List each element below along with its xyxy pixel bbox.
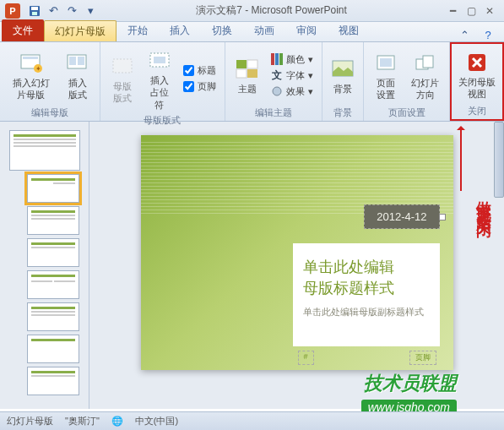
undo-icon[interactable]: ↶ <box>46 4 60 18</box>
insert-placeholder-button[interactable]: 插入占位符 <box>143 46 176 112</box>
svg-rect-25 <box>423 56 433 68</box>
page-setup-icon <box>372 50 399 77</box>
group-edit-master: ✦ 插入幻灯片母版 插入版式 编辑母版 <box>0 42 100 121</box>
footer-checkbox[interactable]: 页脚 <box>180 79 219 94</box>
title-checkbox[interactable]: 标题 <box>180 63 219 78</box>
master-format-icon <box>109 53 136 80</box>
background-button[interactable]: 背景 <box>326 54 360 96</box>
thumb-master[interactable] <box>9 130 80 171</box>
placeholder-icon <box>146 47 173 74</box>
svg-rect-15 <box>236 69 247 78</box>
svg-rect-23 <box>380 58 392 67</box>
footer-checkbox-label: 页脚 <box>198 80 216 93</box>
svg-rect-10 <box>113 59 132 73</box>
svg-rect-1 <box>31 7 38 10</box>
thumb-layout-2[interactable] <box>27 206 79 235</box>
vertical-scrollbar[interactable] <box>494 122 504 198</box>
background-label: 背景 <box>333 83 352 95</box>
title-text-line1: 单击此处编辑 <box>303 257 430 278</box>
close-icon[interactable]: ✕ <box>480 3 499 19</box>
ribbon: ✦ 插入幻灯片母版 插入版式 编辑母版 母版版式 插入占位符 标题 页脚 <box>0 42 504 122</box>
insert-layout-button[interactable]: 插入版式 <box>61 48 95 103</box>
background-icon <box>329 56 356 83</box>
date-placeholder[interactable]: 2012-4-12 <box>364 204 439 229</box>
thumb-layout-1[interactable] <box>27 174 79 203</box>
thumbnail-panel[interactable] <box>0 122 89 409</box>
help-icon[interactable]: ? <box>481 28 495 41</box>
group-edit-master-label: 编辑母版 <box>5 105 95 119</box>
group-close: 关闭母版视图 关闭 <box>450 42 504 121</box>
master-format-button[interactable]: 母版版式 <box>106 52 139 106</box>
qat-dropdown-icon[interactable]: ▾ <box>84 4 97 18</box>
group-background-label: 背景 <box>326 105 360 119</box>
tab-home[interactable]: 开始 <box>117 19 159 41</box>
svg-text:✦: ✦ <box>35 65 41 73</box>
slide-number-placeholder[interactable]: # <box>298 351 314 365</box>
page-setup-button[interactable]: 页面设置 <box>369 48 403 103</box>
svg-rect-4 <box>23 57 38 59</box>
svg-point-20 <box>273 87 281 95</box>
effects-button[interactable]: 效果 ▾ <box>268 84 317 99</box>
theme-button[interactable]: 主题 <box>230 54 264 96</box>
layout-icon <box>64 50 91 77</box>
group-close-label: 关闭 <box>453 103 501 117</box>
tab-animations[interactable]: 动画 <box>243 19 285 41</box>
tab-transitions[interactable]: 切换 <box>201 19 243 41</box>
insert-slide-master-button[interactable]: ✦ 插入幻灯片母版 <box>5 48 57 103</box>
slide-canvas[interactable]: 2012-4-12 单击此处编辑 母版标题样式 单击此处编辑母版副标题样式 # … <box>89 122 504 409</box>
orientation-icon <box>412 50 439 77</box>
colors-button[interactable]: 颜色 ▾ <box>268 52 317 67</box>
tab-slide-master[interactable]: 幻灯片母版 <box>44 20 117 41</box>
fonts-icon: 文 <box>271 69 283 81</box>
slide-footer: # 页脚 <box>298 351 436 365</box>
thumb-layout-5[interactable] <box>27 302 79 331</box>
ribbon-tabs: 文件 幻灯片母版 开始 插入 切换 动画 审阅 视图 ⌃ ? <box>0 22 504 42</box>
close-master-icon <box>463 49 490 76</box>
group-master-layout: 母版版式 插入占位符 标题 页脚 母版版式 <box>100 42 225 121</box>
fonts-label: 字体 <box>286 69 305 82</box>
status-bar: 幻灯片母版 "奥斯汀" 🌐 中文(中国) <box>0 411 504 430</box>
group-page-setup: 页面设置 幻灯片方向 页面设置 <box>364 42 450 121</box>
app-icon[interactable]: P <box>5 3 20 19</box>
colors-label: 颜色 <box>286 53 305 66</box>
workspace: 2012-4-12 单击此处编辑 母版标题样式 单击此处编辑母版副标题样式 # … <box>0 122 504 409</box>
theme-label: 主题 <box>238 83 257 95</box>
status-theme: "奥斯汀" <box>65 415 100 427</box>
fonts-button[interactable]: 文字体 ▾ <box>268 68 317 83</box>
group-edit-theme: 主题 颜色 ▾ 文字体 ▾ 效果 ▾ 编辑主题 <box>225 42 322 121</box>
insert-placeholder-label: 插入占位符 <box>146 74 173 111</box>
close-master-view-button[interactable]: 关闭母版视图 <box>453 47 501 102</box>
redo-icon[interactable]: ↷ <box>65 4 79 18</box>
tab-insert[interactable]: 插入 <box>159 19 201 41</box>
theme-icon <box>234 56 261 83</box>
subtitle-text: 单击此处编辑母版副标题样式 <box>303 306 430 318</box>
tab-file[interactable]: 文件 <box>2 19 44 41</box>
svg-rect-14 <box>247 60 257 68</box>
effects-icon <box>271 85 283 97</box>
master-format-label: 母版版式 <box>109 80 136 105</box>
thumb-layout-6[interactable] <box>27 335 79 363</box>
footer-placeholder[interactable]: 页脚 <box>409 351 436 365</box>
ribbon-minimize-icon[interactable]: ⌃ <box>458 28 471 41</box>
thumb-layout-3[interactable] <box>27 238 79 267</box>
slide-orientation-button[interactable]: 幻灯片方向 <box>406 48 444 103</box>
svg-rect-17 <box>271 53 274 65</box>
thumb-layout-7[interactable] <box>27 367 79 395</box>
maximize-icon[interactable]: ▢ <box>462 3 480 19</box>
status-view: 幻灯片母版 <box>7 415 53 427</box>
thumb-layout-4[interactable] <box>27 270 79 299</box>
minimize-icon[interactable]: ━ <box>443 3 462 19</box>
annotation-arrow <box>460 128 462 191</box>
slide-master-icon: ✦ <box>18 50 45 77</box>
status-lang-icon: 🌐 <box>111 416 123 427</box>
title-placeholder[interactable]: 单击此处编辑 母版标题样式 单击此处编辑母版副标题样式 <box>293 243 440 346</box>
tab-review[interactable]: 审阅 <box>285 19 328 41</box>
tab-view[interactable]: 视图 <box>328 19 370 41</box>
effects-label: 效果 <box>286 85 305 98</box>
svg-rect-12 <box>154 57 165 63</box>
slide-master-preview[interactable]: 2012-4-12 单击此处编辑 母版标题样式 单击此处编辑母版副标题样式 # … <box>141 135 453 370</box>
title-checkbox-label: 标题 <box>198 64 216 77</box>
save-icon[interactable] <box>28 4 41 18</box>
svg-rect-19 <box>279 53 283 65</box>
group-edit-theme-label: 编辑主题 <box>230 105 317 119</box>
